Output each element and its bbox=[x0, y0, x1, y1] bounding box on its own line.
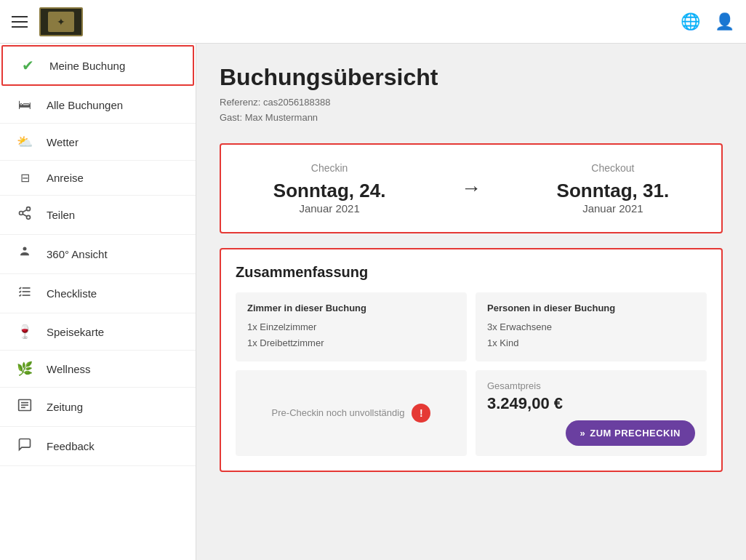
svg-point-2 bbox=[27, 215, 31, 219]
directions-icon: ⊟ bbox=[15, 171, 35, 185]
sidebar-item-label: Checkliste bbox=[47, 287, 97, 300]
precheckin-text: Pre-Checkin noch unvollständig bbox=[272, 407, 405, 418]
sidebar-item-label: Wetter bbox=[47, 136, 79, 148]
checkout-label: Checkout bbox=[557, 162, 670, 174]
checkin-label: Checkin bbox=[273, 162, 386, 174]
feedback-icon bbox=[15, 437, 35, 455]
page-title: Buchungsübersicht bbox=[220, 64, 723, 91]
person-icon bbox=[15, 245, 35, 263]
globe-icon[interactable]: 🌐 bbox=[681, 12, 700, 31]
summary-grid: Zimmer in dieser Buchung 1x Einzelzimmer… bbox=[236, 292, 707, 456]
sidebar-item-label: Speisekarte bbox=[47, 326, 104, 338]
sidebar-item-label: Alle Buchungen bbox=[47, 99, 123, 111]
svg-point-0 bbox=[27, 207, 31, 211]
bed-icon: 🛏 bbox=[15, 97, 35, 113]
rooms-box: Zimmer in dieser Buchung 1x Einzelzimmer… bbox=[236, 292, 467, 361]
person-item-1: 3x Erwachsene bbox=[487, 319, 695, 335]
svg-line-3 bbox=[23, 214, 27, 216]
checklist-icon bbox=[15, 284, 35, 303]
arrow-right-icon: → bbox=[461, 177, 481, 200]
logo-inner bbox=[48, 12, 74, 32]
sidebar-item-teilen[interactable]: Teilen bbox=[0, 196, 196, 235]
sidebar-item-label: Meine Buchung bbox=[49, 60, 125, 72]
persons-list: 3x Erwachsene 1x Kind bbox=[487, 319, 695, 351]
sidebar-item-feedback[interactable]: Feedback bbox=[0, 427, 196, 466]
sidebar-item-label: Wellness bbox=[47, 363, 91, 375]
checkout-section: Checkout Sonntag, 31. Januar 2021 bbox=[557, 162, 670, 215]
date-card: Checkin Sonntag, 24. Januar 2021 → Check… bbox=[220, 143, 723, 233]
checkout-month: Januar 2021 bbox=[557, 202, 670, 215]
summary-title: Zusammenfassung bbox=[236, 264, 707, 281]
reference-line: Referenz: cas2056188388 bbox=[220, 97, 331, 108]
sidebar-item-wetter[interactable]: ⛅ Wetter bbox=[0, 124, 196, 161]
sidebar-item-label: Feedback bbox=[47, 440, 95, 452]
user-icon[interactable]: 👤 bbox=[715, 12, 734, 31]
sidebar-item-label: 360° Ansicht bbox=[47, 248, 108, 260]
hamburger-menu[interactable] bbox=[12, 16, 28, 28]
header: 🌐 👤 bbox=[0, 0, 746, 44]
precheckin-box: Pre-Checkin noch unvollständig ! bbox=[236, 370, 467, 456]
btn-arrows: » bbox=[580, 428, 586, 439]
svg-line-4 bbox=[23, 209, 27, 212]
page-subtitle: Referenz: cas2056188388 Gast: Max Muster… bbox=[220, 95, 723, 126]
sidebar-item-meine-buchung[interactable]: ✔ Meine Buchung bbox=[1, 45, 194, 86]
room-item-2: 1x Dreibettzimmer bbox=[247, 335, 455, 351]
check-icon: ✔ bbox=[17, 57, 38, 74]
weather-icon: ⛅ bbox=[15, 134, 35, 150]
guest-line: Gast: Max Mustermann bbox=[220, 112, 318, 123]
logo bbox=[39, 7, 83, 36]
price-box: Gesamtpreis 3.249,00 € » ZUM PRECHECKIN bbox=[476, 370, 707, 456]
sidebar-item-speisekarte[interactable]: 🍷 Speisekarte bbox=[0, 313, 196, 351]
checkin-day: Sonntag, 24. bbox=[273, 180, 386, 202]
rooms-title: Zimmer in dieser Buchung bbox=[247, 303, 455, 313]
wellness-icon: 🌿 bbox=[15, 361, 35, 377]
sidebar-item-label: Teilen bbox=[47, 209, 75, 221]
sidebar-item-360-ansicht[interactable]: 360° Ansicht bbox=[0, 235, 196, 274]
sidebar-item-anreise[interactable]: ⊟ Anreise bbox=[0, 161, 196, 196]
svg-point-1 bbox=[20, 212, 23, 215]
sidebar: ✔ Meine Buchung 🛏 Alle Buchungen ⛅ Wette… bbox=[0, 44, 196, 560]
checkout-day: Sonntag, 31. bbox=[557, 180, 670, 202]
sidebar-item-zeitung[interactable]: Zeitung bbox=[0, 388, 196, 427]
header-right: 🌐 👤 bbox=[681, 12, 734, 31]
newspaper-icon bbox=[15, 398, 35, 416]
sidebar-item-alle-buchungen[interactable]: 🛏 Alle Buchungen bbox=[0, 87, 196, 124]
layout: ✔ Meine Buchung 🛏 Alle Buchungen ⛅ Wette… bbox=[0, 44, 746, 560]
btn-label: ZUM PRECHECKIN bbox=[590, 428, 681, 439]
alert-icon: ! bbox=[412, 404, 430, 423]
price-value: 3.249,00 € bbox=[487, 394, 563, 413]
share-icon bbox=[15, 206, 35, 224]
sidebar-item-label: Zeitung bbox=[47, 401, 83, 413]
checkin-section: Checkin Sonntag, 24. Januar 2021 bbox=[273, 162, 386, 215]
person-item-2: 1x Kind bbox=[487, 335, 695, 351]
header-left bbox=[12, 7, 83, 36]
room-item-1: 1x Einzelzimmer bbox=[247, 319, 455, 335]
rooms-list: 1x Einzelzimmer 1x Dreibettzimmer bbox=[247, 319, 455, 351]
main-content: Buchungsübersicht Referenz: cas205618838… bbox=[196, 44, 746, 560]
wine-icon: 🍷 bbox=[15, 324, 35, 340]
price-label: Gesamtpreis bbox=[487, 380, 541, 391]
persons-box: Personen in dieser Buchung 3x Erwachsene… bbox=[476, 292, 707, 361]
sidebar-item-label: Anreise bbox=[47, 172, 84, 184]
sidebar-item-wellness[interactable]: 🌿 Wellness bbox=[0, 351, 196, 388]
svg-point-5 bbox=[23, 247, 27, 251]
summary-card: Zusammenfassung Zimmer in dieser Buchung… bbox=[220, 248, 723, 472]
sidebar-item-checkliste[interactable]: Checkliste bbox=[0, 274, 196, 313]
checkin-month: Januar 2021 bbox=[273, 202, 386, 215]
precheckin-button[interactable]: » ZUM PRECHECKIN bbox=[566, 420, 695, 446]
persons-title: Personen in dieser Buchung bbox=[487, 303, 695, 313]
